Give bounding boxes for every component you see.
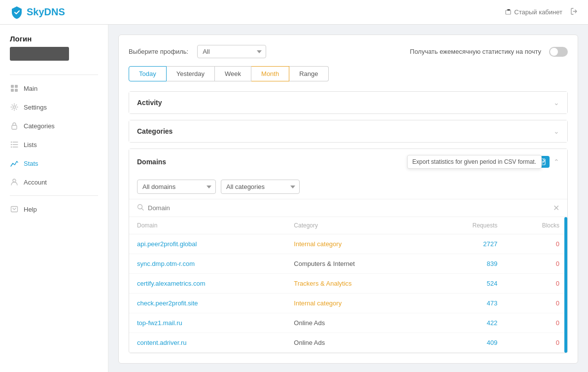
sidebar-login: Логин bbox=[0, 35, 108, 71]
cell-requests: 839 bbox=[429, 254, 505, 274]
sidebar-item-lists[interactable]: Lists bbox=[0, 135, 108, 154]
cell-category: Internal category bbox=[286, 294, 429, 313]
old-cabinet-icon bbox=[505, 9, 512, 16]
tab-yesterday[interactable]: Yesterday bbox=[167, 66, 215, 81]
cell-domain: content.adriver.ru bbox=[129, 333, 286, 353]
tab-month[interactable]: Month bbox=[251, 66, 289, 81]
topbar: SkyDNS Старый кабинет bbox=[0, 0, 588, 25]
profile-select[interactable]: All bbox=[197, 45, 266, 58]
lock-icon bbox=[10, 121, 19, 130]
domain-link[interactable]: sync.dmp.otm-r.com bbox=[137, 260, 195, 267]
sidebar: Логин Main Settings Categories List bbox=[0, 25, 108, 372]
domain-link[interactable]: check.peer2profit.site bbox=[137, 299, 198, 307]
account-icon bbox=[10, 178, 19, 186]
activity-title: Activity bbox=[137, 99, 162, 107]
sidebar-item-main[interactable]: Main bbox=[0, 79, 108, 98]
cell-blocks: 0 bbox=[505, 274, 567, 294]
logo-shield-icon bbox=[10, 5, 24, 19]
old-cabinet-label: Старый кабинет bbox=[514, 8, 562, 16]
svg-point-12 bbox=[11, 147, 12, 148]
cell-requests: 422 bbox=[429, 313, 505, 333]
tab-week[interactable]: Week bbox=[215, 66, 251, 81]
cell-domain: top-fwz1.mail.ru bbox=[129, 313, 286, 333]
settings-icon bbox=[10, 103, 19, 112]
tab-range[interactable]: Range bbox=[289, 66, 328, 81]
col-header-domain: Domain bbox=[129, 217, 286, 234]
sidebar-label-categories: Categories bbox=[24, 122, 55, 130]
table-row: certify.alexametrics.com Trackers & Anal… bbox=[129, 274, 567, 294]
table-row: check.peer2profit.site Internal category… bbox=[129, 294, 567, 313]
main-content: Выберите профиль: All Получать ежемесячн… bbox=[108, 25, 588, 372]
cell-blocks: 0 bbox=[505, 234, 567, 254]
domains-section: Domains Export statistics for given peri… bbox=[129, 149, 568, 353]
filter-domains-select[interactable]: All domains bbox=[137, 180, 216, 194]
search-clear-button[interactable]: ✕ bbox=[553, 203, 559, 213]
cell-domain: check.peer2profit.site bbox=[129, 294, 286, 313]
tab-today[interactable]: Today bbox=[129, 66, 167, 81]
sidebar-label-help: Help bbox=[24, 206, 37, 213]
domain-search-input[interactable] bbox=[148, 202, 549, 214]
domain-link[interactable]: top-fwz1.mail.ru bbox=[137, 319, 182, 327]
old-cabinet-link[interactable]: Старый кабинет bbox=[505, 8, 562, 16]
sidebar-item-settings[interactable]: Settings bbox=[0, 98, 108, 116]
sidebar-item-help[interactable]: Help bbox=[0, 200, 108, 219]
activity-section: Activity ⌄ bbox=[129, 91, 568, 114]
table-row: api.peer2profit.global Internal category… bbox=[129, 234, 567, 254]
cell-category: Online Ads bbox=[286, 333, 429, 353]
svg-rect-4 bbox=[15, 89, 18, 92]
sidebar-login-bar bbox=[10, 47, 69, 61]
content-panel: Выберите профиль: All Получать ежемесячн… bbox=[118, 35, 578, 364]
grid-icon bbox=[10, 84, 19, 93]
cell-domain: certify.alexametrics.com bbox=[129, 274, 286, 294]
domain-link[interactable]: certify.alexametrics.com bbox=[137, 280, 205, 287]
svg-point-10 bbox=[11, 142, 12, 143]
col-header-requests: Requests bbox=[429, 217, 505, 234]
svg-rect-3 bbox=[11, 89, 14, 92]
sidebar-bottom-divider bbox=[10, 195, 98, 196]
categories-section: Categories ⌄ bbox=[129, 120, 568, 143]
email-stat-wrap: Получать ежемесячную статистику на почту bbox=[410, 47, 568, 57]
domains-table: Domain Category Requests Blocks api.peer… bbox=[129, 217, 567, 353]
domain-link[interactable]: api.peer2profit.global bbox=[137, 240, 197, 248]
sidebar-item-stats[interactable]: Stats bbox=[0, 154, 108, 173]
toggle-knob bbox=[550, 48, 558, 56]
domains-filters: All domains All categories bbox=[129, 175, 567, 199]
logout-icon[interactable] bbox=[570, 7, 578, 17]
list-icon bbox=[10, 140, 19, 149]
sidebar-item-categories[interactable]: Categories bbox=[0, 116, 108, 135]
sidebar-login-title: Логин bbox=[10, 35, 98, 43]
domain-link[interactable]: content.adriver.ru bbox=[137, 339, 186, 346]
svg-point-13 bbox=[13, 179, 16, 182]
sidebar-item-account[interactable]: Account bbox=[0, 173, 108, 191]
svg-rect-1 bbox=[11, 85, 14, 88]
sidebar-label-stats: Stats bbox=[24, 160, 38, 167]
cell-requests: 2727 bbox=[429, 234, 505, 254]
table-row: sync.dmp.otm-r.com Computers & Internet … bbox=[129, 254, 567, 274]
cell-blocks: 0 bbox=[505, 294, 567, 313]
logo: SkyDNS bbox=[10, 5, 65, 19]
sidebar-label-account: Account bbox=[24, 179, 47, 186]
cell-category: Online Ads bbox=[286, 313, 429, 333]
svg-rect-2 bbox=[15, 85, 18, 88]
cell-requests: 524 bbox=[429, 274, 505, 294]
cell-requests: 473 bbox=[429, 294, 505, 313]
col-header-category: Category bbox=[286, 217, 429, 234]
filter-categories-select[interactable]: All categories bbox=[221, 180, 300, 194]
sidebar-divider bbox=[10, 74, 98, 75]
logo-text: SkyDNS bbox=[27, 6, 65, 18]
scroll-indicator bbox=[564, 217, 567, 353]
categories-title: Categories bbox=[137, 127, 173, 135]
domains-title: Domains bbox=[137, 158, 166, 166]
domains-chevron-icon: ⌃ bbox=[553, 158, 559, 166]
profile-row: Выберите профиль: All Получать ежемесячн… bbox=[129, 45, 568, 58]
activity-section-header[interactable]: Activity ⌄ bbox=[129, 92, 567, 113]
cell-category: Trackers & Analytics bbox=[286, 274, 429, 294]
sidebar-nav: Main Settings Categories Lists Stats bbox=[0, 79, 108, 191]
svg-rect-14 bbox=[11, 207, 18, 212]
cell-domain: api.peer2profit.global bbox=[129, 234, 286, 254]
domains-header-right: Export statistics for given period in CS… bbox=[535, 156, 559, 168]
categories-section-header[interactable]: Categories ⌄ bbox=[129, 120, 567, 142]
email-toggle[interactable] bbox=[549, 47, 568, 57]
svg-rect-0 bbox=[506, 10, 511, 14]
profile-select-wrap: Выберите профиль: All bbox=[129, 45, 266, 58]
